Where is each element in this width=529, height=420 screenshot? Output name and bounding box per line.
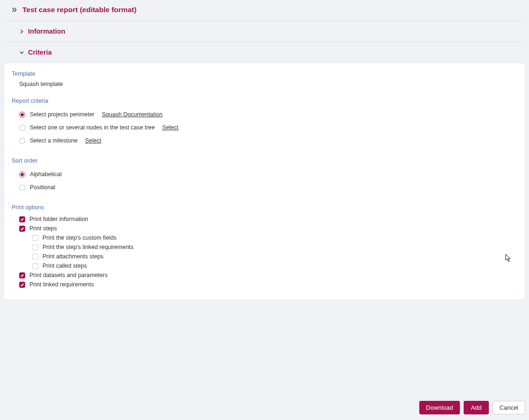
check-steps[interactable]: [19, 226, 25, 232]
check-called-steps-row[interactable]: Print called steps: [12, 261, 517, 271]
radio-positional[interactable]: [19, 185, 25, 191]
check-datasets-label: Print datasets and parameters: [29, 271, 107, 279]
print-options-group: Print options Print folder information P…: [12, 204, 517, 289]
check-folder-info-label: Print folder information: [29, 215, 88, 223]
cancel-button[interactable]: Cancel: [493, 401, 525, 414]
sort-order-label: Sort order: [12, 157, 517, 164]
template-label: Template: [12, 71, 517, 77]
check-called-steps[interactable]: [32, 263, 38, 269]
chevron-double-right-icon[interactable]: [11, 7, 18, 13]
check-linked-reqs-step[interactable]: [32, 244, 38, 250]
radio-milestone-label: Select a milestone: [30, 137, 78, 144]
print-options-label: Print options: [12, 204, 517, 211]
check-attachments-row[interactable]: Print attachments steps: [12, 252, 517, 261]
section-information-header[interactable]: Information: [4, 21, 525, 42]
check-linked-reqs-step-row[interactable]: Print the step's linked requirements: [12, 242, 517, 252]
report-criteria-group: Report criteria Select projects perimete…: [12, 98, 517, 147]
check-datasets-row[interactable]: Print datasets and parameters: [12, 271, 517, 280]
radio-nodes[interactable]: [19, 125, 25, 131]
radio-nodes-row[interactable]: Select one or several nodes in the test …: [12, 121, 517, 134]
check-linked-reqs[interactable]: [19, 282, 25, 288]
link-nodes[interactable]: Select: [162, 124, 179, 131]
footer: Download Add Cancel: [0, 395, 529, 420]
check-custom-fields-row[interactable]: Print the step's custom fields: [12, 233, 517, 242]
link-milestone[interactable]: Select: [85, 137, 101, 144]
check-linked-reqs-row[interactable]: Print linked requirements: [12, 280, 517, 289]
section-criteria-header[interactable]: Criteria: [4, 42, 525, 63]
radio-perimeter-row[interactable]: Select projects perimeter Squash Documen…: [12, 108, 517, 121]
report-criteria-label: Report criteria: [12, 98, 517, 104]
radio-nodes-label: Select one or several nodes in the test …: [30, 124, 155, 131]
add-button[interactable]: Add: [464, 401, 488, 414]
radio-perimeter[interactable]: [19, 112, 25, 118]
criteria-panel: Template Squash template Report criteria…: [4, 63, 525, 300]
radio-milestone-row[interactable]: Select a milestone Select: [12, 134, 517, 147]
page-header: Test case report (editable format): [4, 0, 525, 21]
template-group: Template Squash template: [12, 71, 517, 87]
check-custom-fields-label: Print the step's custom fields: [42, 234, 117, 242]
check-folder-info[interactable]: [19, 216, 25, 222]
radio-positional-row[interactable]: Positional: [12, 181, 517, 194]
section-criteria-title: Criteria: [28, 49, 52, 56]
page-title: Test case report (editable format): [22, 6, 136, 14]
radio-alphabetical-label: Alphabetical: [30, 171, 62, 178]
check-linked-reqs-label: Print linked requirements: [29, 280, 94, 289]
template-value: Squash template: [12, 81, 517, 87]
radio-positional-label: Positional: [30, 184, 55, 191]
radio-milestone[interactable]: [19, 138, 25, 144]
check-custom-fields[interactable]: [32, 235, 38, 241]
chevron-right-icon: [19, 28, 24, 34]
check-linked-reqs-step-label: Print the step's linked requirements: [42, 243, 134, 251]
chevron-down-icon: [19, 50, 24, 55]
radio-alphabetical[interactable]: [19, 171, 25, 178]
radio-alphabetical-row[interactable]: Alphabetical: [12, 168, 517, 181]
download-button[interactable]: Download: [419, 401, 460, 414]
check-steps-label: Print steps: [29, 224, 57, 233]
check-folder-info-row[interactable]: Print folder information: [12, 214, 517, 224]
check-attachments-label: Print attachments steps: [42, 252, 104, 261]
check-steps-row[interactable]: Print steps: [12, 224, 517, 233]
sort-order-group: Sort order Alphabetical Positional: [12, 157, 517, 194]
link-perimeter[interactable]: Squash Documentation: [102, 111, 162, 118]
check-attachments[interactable]: [32, 254, 38, 260]
section-information-title: Information: [28, 28, 65, 35]
check-called-steps-label: Print called steps: [42, 262, 87, 270]
radio-perimeter-label: Select projects perimeter: [30, 111, 94, 118]
check-datasets[interactable]: [19, 272, 25, 278]
